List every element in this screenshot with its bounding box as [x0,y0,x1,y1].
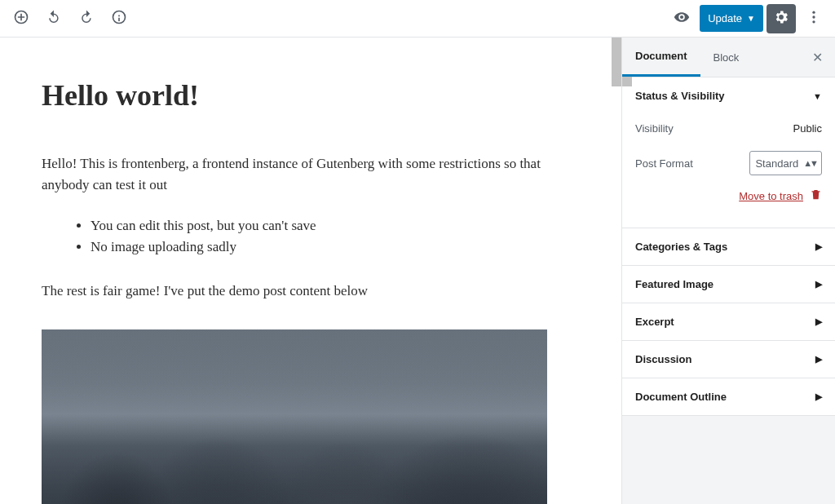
add-block-button[interactable] [7,4,36,33]
main-area: Hello world! Hello! This is frontenberg,… [0,38,835,504]
plus-circle-icon [13,9,29,28]
sidebar-empty-space [622,415,835,504]
panel-header-outline[interactable]: Document Outline ▶ [622,378,835,415]
list-item[interactable]: You can edit this post, but you can't sa… [91,216,547,237]
svg-point-2 [812,20,815,23]
info-button[interactable] [104,4,134,33]
panel-categories-tags: Categories & Tags ▶ [622,228,835,265]
panel-title: Excerpt [635,316,674,328]
svg-point-1 [812,15,815,18]
move-to-trash-link[interactable]: Move to trash [739,190,803,202]
post-format-value: Standard [755,157,798,170]
settings-button[interactable] [767,4,796,33]
gear-icon [773,9,789,28]
list-item[interactable]: No image uploading sadly [91,237,547,258]
visibility-value: Public [793,122,822,135]
panel-header-excerpt[interactable]: Excerpt ▶ [622,303,835,340]
cover-block[interactable]: Of Mountains & Printing Presses [42,329,547,504]
chevron-right-icon: ▶ [815,279,822,290]
post-format-label: Post Format [635,157,693,170]
editor-canvas[interactable]: Hello world! Hello! This is frontenberg,… [0,38,621,504]
panel-featured-image: Featured Image ▶ [622,265,835,303]
panel-header-discussion[interactable]: Discussion ▶ [622,341,835,378]
panel-excerpt: Excerpt ▶ [622,303,835,340]
intro-paragraph[interactable]: Hello! This is frontenberg, a frontend i… [42,153,547,197]
restrictions-list[interactable]: You can edit this post, but you can't sa… [58,216,547,258]
svg-point-0 [812,11,815,14]
post-format-row: Post Format Standard ▲▼ [635,143,822,183]
close-sidebar-button[interactable]: ✕ [807,47,827,67]
toolbar-right: Update ▼ [667,4,828,33]
panel-title: Featured Image [635,278,714,290]
panel-status-visibility: Status & Visibility ▼ Visibility Public … [622,77,835,228]
trash-row: Move to trash [635,183,822,214]
chevron-right-icon: ▶ [815,354,822,365]
post-format-select[interactable]: Standard ▲▼ [749,151,822,175]
panel-discussion: Discussion ▶ [622,340,835,378]
chevron-right-icon: ▶ [815,241,822,252]
editor-scrollbar[interactable] [612,38,621,86]
post-title[interactable]: Hello world! [42,78,547,113]
visibility-label: Visibility [635,122,674,135]
visibility-row[interactable]: Visibility Public [635,114,822,143]
more-options-button[interactable] [799,4,828,33]
panel-title: Status & Visibility [635,90,725,102]
trash-icon[interactable] [810,188,822,203]
redo-icon [78,9,95,28]
undo-icon [46,9,62,28]
toolbar-left [7,4,134,33]
tab-block[interactable]: Block [700,38,753,77]
select-arrows-icon: ▲▼ [803,158,816,168]
close-icon: ✕ [812,50,823,65]
sidebar-tabs: Document Block ✕ [622,38,835,77]
panel-title: Categories & Tags [635,241,727,253]
update-label: Update [708,12,742,24]
chevron-down-icon: ▼ [747,14,755,23]
panel-document-outline: Document Outline ▶ [622,378,835,415]
top-toolbar: Update ▼ [0,0,835,38]
panel-header-categories[interactable]: Categories & Tags ▶ [622,228,835,265]
rest-paragraph[interactable]: The rest is fair game! I've put the demo… [42,281,547,302]
preview-button[interactable] [667,4,696,33]
panel-header-featured[interactable]: Featured Image ▶ [622,266,835,303]
eye-icon [674,9,690,28]
chevron-down-icon: ▼ [813,91,822,101]
settings-sidebar: Document Block ✕ Status & Visibility ▼ V… [621,38,835,504]
kebab-icon [806,9,822,28]
panel-title: Discussion [635,353,691,365]
chevron-right-icon: ▶ [815,391,822,402]
panel-title: Document Outline [635,391,727,403]
info-icon [111,9,127,28]
redo-button[interactable] [72,4,101,33]
undo-button[interactable] [39,4,68,33]
chevron-right-icon: ▶ [815,316,822,327]
update-button[interactable]: Update ▼ [700,5,763,32]
tab-document[interactable]: Document [622,38,700,77]
panel-header-status[interactable]: Status & Visibility ▼ [622,77,835,114]
